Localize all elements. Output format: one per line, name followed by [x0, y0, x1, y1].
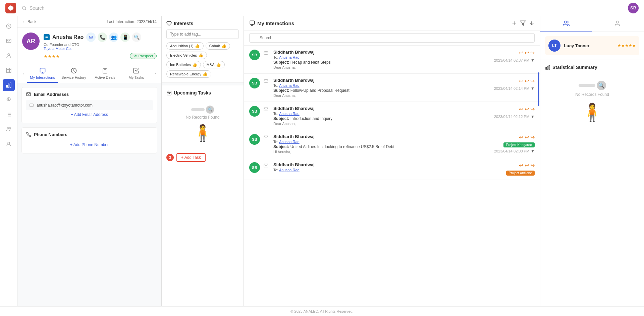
- interaction-to-link[interactable]: Anusha Rao: [279, 168, 300, 172]
- search-bar[interactable]: Search: [21, 5, 628, 11]
- task-count-badge: 3: [166, 154, 174, 161]
- nav-list[interactable]: [3, 109, 15, 121]
- add-email-link[interactable]: + Add Email Address: [26, 110, 153, 119]
- filter-interactions-btn[interactable]: [520, 20, 526, 26]
- svg-rect-27: [264, 108, 268, 111]
- nav-contacts[interactable]: [3, 50, 15, 62]
- expand-interaction-btn[interactable]: ▼: [531, 149, 535, 153]
- contact-company: Toyota Motor Co.: [44, 47, 157, 51]
- reply-btn[interactable]: ↩: [519, 78, 523, 84]
- tag-ma: M&A 👍: [203, 61, 225, 68]
- prospect-badge: 👁 Prospect: [130, 53, 157, 59]
- tag-thumb-cobalt[interactable]: 👍: [221, 44, 226, 48]
- back-button[interactable]: ← Back: [22, 19, 37, 24]
- phone-icon[interactable]: 📞: [98, 33, 107, 42]
- interaction-to-link[interactable]: Anusha Rao: [279, 140, 300, 144]
- forward-btn[interactable]: ↪: [530, 162, 535, 169]
- tag-thumb-ev[interactable]: 👍: [198, 53, 203, 58]
- right-tab-contacts[interactable]: [540, 16, 592, 31]
- add-phone-link[interactable]: + Add Phone Number: [26, 140, 153, 149]
- svg-point-30: [564, 21, 567, 23]
- expand-interaction-btn[interactable]: ▼: [531, 86, 535, 91]
- svg-rect-17: [167, 91, 171, 95]
- tag-ion-batteries: Ion Batteries 👍: [166, 61, 201, 68]
- interaction-time: 2023/04/14 02:14 PM ▼: [494, 86, 535, 91]
- svg-rect-28: [264, 136, 268, 139]
- reply-all-btn[interactable]: ↩: [525, 106, 529, 112]
- tag-input[interactable]: [166, 29, 239, 39]
- no-records-label: No Records Found: [186, 115, 220, 120]
- nav-home[interactable]: [3, 20, 15, 32]
- right-tab-list[interactable]: [592, 16, 644, 31]
- svg-point-31: [616, 21, 619, 23]
- upcoming-tasks-title: Upcoming Tasks: [166, 90, 239, 96]
- interactions-search-input[interactable]: [249, 33, 535, 43]
- back-bar: ← Back Last Interaction: 2023/04/14: [17, 16, 161, 28]
- nav-mail[interactable]: [3, 35, 15, 47]
- footer-text: © 2023 ANALEC. All Rights Reserved.: [290, 309, 353, 313]
- email-icon[interactable]: ✉: [86, 33, 96, 42]
- nav-building[interactable]: [3, 64, 15, 76]
- tag-thumb-acquisition[interactable]: 👍: [195, 44, 200, 48]
- tag-thumb-ma[interactable]: 👍: [216, 62, 221, 67]
- footer: © 2023 ANALEC. All Rights Reserved.: [0, 306, 644, 316]
- nav-user[interactable]: [3, 138, 15, 150]
- reply-all-btn[interactable]: ↩: [525, 50, 529, 56]
- nav-settings[interactable]: [3, 94, 15, 106]
- reply-btn[interactable]: ↩: [519, 162, 523, 169]
- add-interaction-btn[interactable]: [511, 20, 517, 26]
- add-task-button[interactable]: + Add Task: [176, 153, 206, 162]
- phone-section: Phone Numbers + Add Phone Number: [21, 127, 157, 153]
- reply-all-btn[interactable]: ↩: [525, 78, 529, 84]
- topnav: Search SB: [0, 0, 644, 16]
- interaction-body: Siddharth Bhardwaj To: Anusha Rao: [273, 162, 503, 172]
- tasks-no-records: 🔍 No Records Found 🧍: [166, 99, 239, 149]
- expand-interaction-btn[interactable]: ▼: [531, 114, 535, 119]
- tab-my-interactions[interactable]: My Interactions: [27, 64, 58, 83]
- tab-active-deals[interactable]: Active Deals: [90, 64, 121, 83]
- sort-interactions-btn[interactable]: [529, 20, 535, 26]
- contact-action-icons: ✉ 📞 👥 📱 🔍: [86, 33, 141, 42]
- search-contact-icon[interactable]: 🔍: [132, 33, 141, 42]
- reply-all-btn[interactable]: ↩: [525, 162, 529, 169]
- phone2-icon[interactable]: 📱: [120, 33, 130, 42]
- forward-btn[interactable]: ↪: [530, 50, 535, 56]
- lt-stars: ★★★★★: [618, 43, 636, 48]
- forward-btn[interactable]: ↪: [530, 106, 535, 112]
- reply-btn[interactable]: ↩: [519, 50, 523, 56]
- tab-service-history[interactable]: Service History: [58, 64, 89, 83]
- tab-my-tasks[interactable]: My Tasks: [121, 64, 152, 83]
- interaction-time: 2023/04/14 02:37 PM ▼: [494, 58, 535, 63]
- middle-panel: Interests Acquisition (1) 👍 Cobalt 👍 Ele…: [162, 16, 244, 306]
- tag-thumb-re[interactable]: 👍: [203, 72, 208, 76]
- group-icon[interactable]: 👥: [109, 33, 118, 42]
- stat-no-records: 🔍 No Records Found 🧍: [545, 74, 639, 129]
- add-task-container: 3 + Add Task: [166, 153, 239, 162]
- project-badge: Project Antilone: [506, 171, 535, 176]
- reply-btn[interactable]: ↩: [519, 106, 523, 112]
- nav-team[interactable]: [3, 123, 15, 135]
- interaction-to-link[interactable]: Anusha Rao: [279, 55, 300, 59]
- svg-rect-25: [264, 51, 268, 54]
- tag-thumb-ion[interactable]: 👍: [192, 62, 197, 67]
- svg-point-9: [8, 99, 9, 100]
- contact-title: Co-Founder and CTO: [44, 43, 157, 47]
- nav-analytics[interactable]: [3, 79, 15, 91]
- email-section: Email Addresses anusha.rao@xtoyotamotor.…: [21, 87, 157, 123]
- reply-btn[interactable]: ↩: [519, 134, 523, 140]
- user-avatar[interactable]: SB: [628, 3, 639, 13]
- sender-avatar: SB: [249, 106, 260, 117]
- interaction-actions: ↩ ↩ ↪ Project Kangaroo 2023/04/14 02:08 …: [494, 134, 535, 153]
- tab-prev-btn[interactable]: ‹: [20, 64, 27, 83]
- interaction-to-link[interactable]: Anusha Rao: [279, 83, 300, 87]
- reply-all-btn[interactable]: ↩: [525, 134, 529, 140]
- svg-rect-32: [546, 67, 547, 69]
- linkedin-badge[interactable]: in: [44, 34, 50, 40]
- forward-btn[interactable]: ↪: [530, 78, 535, 84]
- forward-btn[interactable]: ↪: [530, 134, 535, 140]
- tab-next-btn[interactable]: ›: [152, 64, 159, 83]
- interaction-body: Siddharth Bhardwaj To: Anusha Rao Subjec…: [273, 78, 491, 98]
- expand-interaction-btn[interactable]: ▼: [531, 58, 535, 63]
- interaction-item: SB Siddharth Bhardwaj To: Anusha Rao Sub…: [244, 74, 540, 102]
- interaction-to-link[interactable]: Anusha Rao: [279, 112, 300, 116]
